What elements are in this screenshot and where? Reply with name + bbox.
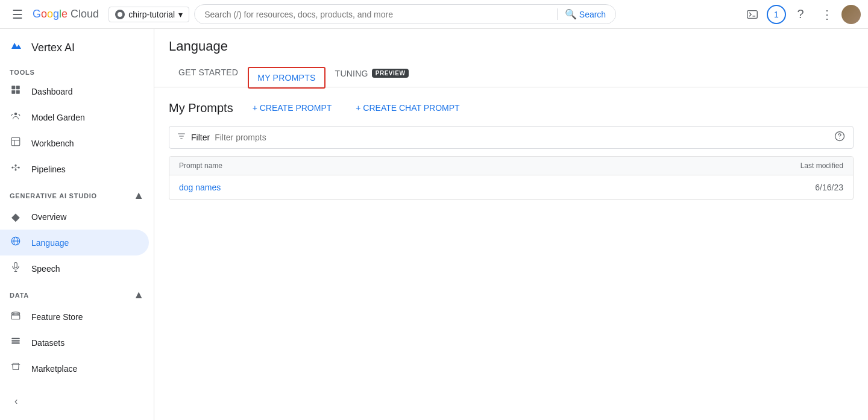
vertex-ai-icon xyxy=(10,39,24,57)
search-button[interactable]: 🔍 Search xyxy=(557,8,606,20)
help-circle-icon[interactable] xyxy=(834,130,846,145)
search-input[interactable] xyxy=(204,10,552,19)
avatar[interactable] xyxy=(841,5,861,24)
svg-rect-4 xyxy=(16,90,20,94)
feature-store-icon xyxy=(10,310,22,324)
page-header: Language GET STARTED MY PROMPTS TUNING P… xyxy=(154,29,868,87)
create-chat-prompt-button[interactable]: + CREATE CHAT PROMPT xyxy=(351,99,464,116)
tuning-preview-badge: PREVIEW xyxy=(372,69,409,78)
workbench-icon xyxy=(10,136,22,150)
sidebar-item-speech[interactable]: Speech xyxy=(0,255,149,281)
marketplace-icon xyxy=(10,362,22,375)
svg-point-5 xyxy=(14,113,17,116)
prompts-table: Prompt name Last modified dog names 6/16… xyxy=(169,156,854,200)
sidebar-item-language-label: Language xyxy=(31,238,69,248)
create-prompt-button[interactable]: + CREATE PROMPT xyxy=(248,99,337,116)
sidebar-item-pipelines-label: Pipelines xyxy=(31,165,66,174)
menu-icon[interactable]: ☰ xyxy=(7,2,28,27)
svg-rect-13 xyxy=(14,263,17,268)
nav-right: 1 ? ⋮ xyxy=(740,2,861,27)
svg-rect-0 xyxy=(747,10,758,18)
sidebar-item-workbench-label: Workbench xyxy=(31,139,74,148)
logo-o2: o xyxy=(47,8,53,20)
prompt-name-cell: dog names xyxy=(179,183,759,192)
svg-point-9 xyxy=(15,169,17,171)
help-icon[interactable]: ? xyxy=(788,2,813,27)
dashboard-icon xyxy=(10,84,22,98)
prompt-link[interactable]: dog names xyxy=(179,183,221,192)
top-nav: ☰ Google Cloud chirp-tutorial ▾ 🔍 Search… xyxy=(0,0,868,29)
svg-rect-16 xyxy=(11,338,20,339)
notifications-badge[interactable]: 1 xyxy=(767,5,786,24)
sidebar-item-overview[interactable]: ◆ Overview xyxy=(0,204,149,230)
data-section[interactable]: DATA ▲ xyxy=(0,281,154,304)
sidebar-item-marketplace-label: Marketplace xyxy=(31,364,77,374)
svg-point-8 xyxy=(15,165,17,166)
sidebar-item-dashboard-label: Dashboard xyxy=(31,87,73,96)
filter-input[interactable] xyxy=(215,133,846,142)
filter-label: Filter xyxy=(191,133,210,142)
svg-rect-18 xyxy=(11,342,20,343)
sidebar-item-feature-store[interactable]: Feature Store xyxy=(0,304,149,330)
content-area: My Prompts + CREATE PROMPT + CREATE CHAT… xyxy=(154,87,868,420)
tab-bar: GET STARTED MY PROMPTS TUNING PREVIEW xyxy=(169,61,854,87)
speech-icon xyxy=(10,262,22,275)
page-title: Language xyxy=(169,39,854,54)
sidebar-item-marketplace[interactable]: Marketplace xyxy=(0,356,149,381)
sidebar-item-overview-label: Overview xyxy=(31,212,66,222)
table-header-prompt-name: Prompt name xyxy=(179,161,759,170)
project-dot-icon xyxy=(115,10,125,19)
model-garden-icon xyxy=(10,110,22,124)
sidebar-item-speech-label: Speech xyxy=(31,264,60,274)
svg-point-20 xyxy=(839,137,840,138)
pipelines-icon xyxy=(10,162,22,176)
sidebar-item-dashboard[interactable]: Dashboard xyxy=(0,78,149,104)
chevron-up-icon: ▲ xyxy=(133,189,144,202)
logo-e: e xyxy=(61,8,68,20)
svg-point-7 xyxy=(11,167,13,169)
sidebar-item-datasets[interactable]: Datasets xyxy=(0,330,149,356)
sidebar-header: Vertex AI xyxy=(0,29,154,61)
sidebar-item-model-garden[interactable]: Model Garden xyxy=(0,104,149,130)
data-label: DATA xyxy=(10,292,29,299)
table-header: Prompt name Last modified xyxy=(169,157,853,175)
project-name: chirp-tutorial xyxy=(128,10,175,19)
svg-point-10 xyxy=(18,167,20,169)
generative-ai-section[interactable]: GENERATIVE AI STUDIO ▲ xyxy=(0,182,154,204)
content-header: My Prompts + CREATE PROMPT + CREATE CHAT… xyxy=(169,99,854,116)
last-modified-cell: 6/16/23 xyxy=(759,183,843,192)
svg-rect-3 xyxy=(11,90,15,94)
search-icon: 🔍 xyxy=(565,8,577,20)
sidebar-item-workbench[interactable]: Workbench xyxy=(0,130,149,156)
tab-my-prompts[interactable]: MY PROMPTS xyxy=(248,67,325,89)
logo-o1: o xyxy=(41,8,47,20)
logo-g: G xyxy=(33,8,41,20)
logo-g2: g xyxy=(53,8,59,20)
svg-rect-17 xyxy=(11,340,20,342)
language-icon xyxy=(10,236,22,249)
svg-rect-14 xyxy=(11,315,20,319)
cloud-shell-icon[interactable] xyxy=(740,2,764,27)
sidebar: Vertex AI TOOLS Dashboard Model Garden W… xyxy=(0,29,154,420)
filter-bar: Filter xyxy=(169,126,854,149)
filter-icon xyxy=(177,131,186,143)
search-bar[interactable]: 🔍 Search xyxy=(194,4,616,24)
svg-rect-6 xyxy=(11,137,20,146)
overview-icon: ◆ xyxy=(10,210,22,224)
project-chevron: ▾ xyxy=(178,10,183,19)
sidebar-item-pipelines[interactable]: Pipelines xyxy=(0,156,149,182)
tab-tuning[interactable]: TUNING PREVIEW xyxy=(326,61,419,87)
google-cloud-logo: Google Cloud xyxy=(33,8,99,20)
project-selector[interactable]: chirp-tutorial ▾ xyxy=(108,7,189,22)
app-layout: Vertex AI TOOLS Dashboard Model Garden W… xyxy=(0,29,868,420)
logo-cloud: Cloud xyxy=(71,8,99,20)
content-title: My Prompts xyxy=(169,101,233,115)
sidebar-item-datasets-label: Datasets xyxy=(31,338,64,348)
data-chevron-up-icon: ▲ xyxy=(133,289,144,301)
sidebar-item-language[interactable]: Language xyxy=(0,230,149,255)
sidebar-collapse-button[interactable]: ‹ xyxy=(10,391,22,412)
svg-rect-2 xyxy=(16,86,20,89)
tab-get-started[interactable]: GET STARTED xyxy=(169,61,248,87)
tools-section-label: TOOLS xyxy=(0,61,154,78)
more-options-icon[interactable]: ⋮ xyxy=(815,2,839,27)
